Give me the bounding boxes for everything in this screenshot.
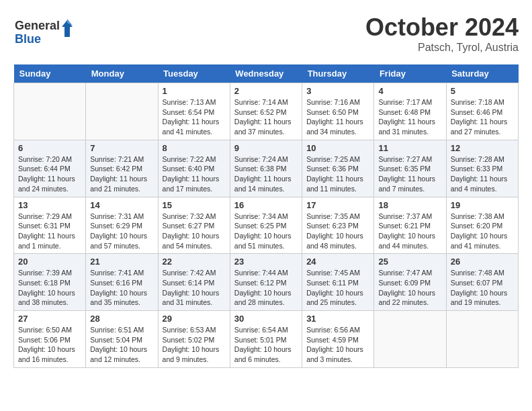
day-info: Sunrise: 7:20 AMSunset: 6:44 PMDaylight:… (18, 154, 81, 194)
calendar-cell: 27Sunrise: 6:50 AMSunset: 5:06 PMDayligh… (14, 311, 86, 368)
weekday-header-sunday: Sunday (14, 64, 86, 83)
calendar-cell (374, 311, 446, 368)
svg-text:Blue: Blue (15, 32, 41, 46)
calendar-cell: 14Sunrise: 7:31 AMSunset: 6:29 PMDayligh… (86, 197, 158, 254)
calendar-cell: 13Sunrise: 7:29 AMSunset: 6:31 PMDayligh… (14, 197, 86, 254)
day-info: Sunrise: 6:51 AMSunset: 5:04 PMDaylight:… (90, 325, 153, 365)
calendar-cell: 29Sunrise: 6:53 AMSunset: 5:02 PMDayligh… (158, 311, 230, 368)
day-info: Sunrise: 7:48 AMSunset: 6:07 PMDaylight:… (451, 268, 514, 308)
day-number: 22 (163, 257, 226, 267)
calendar-cell: 31Sunrise: 6:56 AMSunset: 4:59 PMDayligh… (302, 311, 374, 368)
calendar-week-row: 6Sunrise: 7:20 AMSunset: 6:44 PMDaylight… (14, 140, 519, 197)
day-number: 5 (451, 86, 514, 96)
page-header: General Blue October 2024 Patsch, Tyrol,… (13, 13, 519, 54)
calendar-cell (14, 83, 86, 140)
day-info: Sunrise: 6:53 AMSunset: 5:02 PMDaylight:… (163, 325, 226, 365)
day-number: 14 (90, 200, 153, 210)
calendar-cell: 16Sunrise: 7:34 AMSunset: 6:25 PMDayligh… (230, 197, 302, 254)
day-info: Sunrise: 7:35 AMSunset: 6:23 PMDaylight:… (306, 212, 369, 251)
calendar-table: SundayMondayTuesdayWednesdayThursdayFrid… (13, 64, 519, 368)
day-info: Sunrise: 7:42 AMSunset: 6:14 PMDaylight:… (163, 268, 226, 308)
day-number: 18 (378, 200, 441, 210)
day-number: 16 (234, 200, 298, 210)
day-number: 3 (306, 86, 369, 96)
calendar-cell: 24Sunrise: 7:45 AMSunset: 6:11 PMDayligh… (302, 254, 374, 311)
calendar-cell: 18Sunrise: 7:37 AMSunset: 6:21 PMDayligh… (374, 197, 446, 254)
day-info: Sunrise: 7:24 AMSunset: 6:38 PMDaylight:… (234, 154, 298, 194)
calendar-cell: 22Sunrise: 7:42 AMSunset: 6:14 PMDayligh… (158, 254, 230, 311)
weekday-header-thursday: Thursday (302, 64, 374, 83)
calendar-cell: 6Sunrise: 7:20 AMSunset: 6:44 PMDaylight… (14, 140, 86, 197)
location: Patsch, Tyrol, Austria (365, 42, 519, 54)
day-number: 1 (163, 86, 226, 96)
day-number: 23 (234, 257, 298, 267)
calendar-week-row: 13Sunrise: 7:29 AMSunset: 6:31 PMDayligh… (14, 197, 519, 254)
day-number: 27 (18, 314, 81, 324)
day-number: 21 (90, 257, 153, 267)
day-info: Sunrise: 7:17 AMSunset: 6:48 PMDaylight:… (378, 97, 441, 137)
calendar-cell: 19Sunrise: 7:38 AMSunset: 6:20 PMDayligh… (446, 197, 518, 254)
weekday-header-row: SundayMondayTuesdayWednesdayThursdayFrid… (14, 64, 519, 83)
day-info: Sunrise: 7:22 AMSunset: 6:40 PMDaylight:… (163, 154, 226, 194)
day-info: Sunrise: 6:54 AMSunset: 5:01 PMDaylight:… (234, 325, 298, 365)
day-number: 9 (234, 143, 298, 153)
calendar-cell: 2Sunrise: 7:14 AMSunset: 6:52 PMDaylight… (230, 83, 302, 140)
day-info: Sunrise: 7:21 AMSunset: 6:42 PMDaylight:… (90, 154, 153, 194)
day-number: 2 (234, 86, 298, 96)
day-number: 13 (18, 200, 81, 210)
calendar-cell: 21Sunrise: 7:41 AMSunset: 6:16 PMDayligh… (86, 254, 158, 311)
day-number: 29 (163, 314, 226, 324)
calendar-cell: 15Sunrise: 7:32 AMSunset: 6:27 PMDayligh… (158, 197, 230, 254)
calendar-cell: 25Sunrise: 7:47 AMSunset: 6:09 PMDayligh… (374, 254, 446, 311)
day-number: 4 (378, 86, 441, 96)
day-info: Sunrise: 7:14 AMSunset: 6:52 PMDaylight:… (234, 97, 298, 137)
day-info: Sunrise: 6:56 AMSunset: 4:59 PMDaylight:… (306, 325, 369, 365)
calendar-cell: 3Sunrise: 7:16 AMSunset: 6:50 PMDaylight… (302, 83, 374, 140)
day-info: Sunrise: 7:39 AMSunset: 6:18 PMDaylight:… (18, 268, 81, 308)
calendar-cell: 28Sunrise: 6:51 AMSunset: 5:04 PMDayligh… (86, 311, 158, 368)
calendar-cell: 7Sunrise: 7:21 AMSunset: 6:42 PMDaylight… (86, 140, 158, 197)
calendar-week-row: 1Sunrise: 7:13 AMSunset: 6:54 PMDaylight… (14, 83, 519, 140)
day-number: 31 (306, 314, 369, 324)
day-info: Sunrise: 7:37 AMSunset: 6:21 PMDaylight:… (378, 212, 441, 251)
day-info: Sunrise: 7:41 AMSunset: 6:16 PMDaylight:… (90, 268, 153, 308)
calendar-week-row: 20Sunrise: 7:39 AMSunset: 6:18 PMDayligh… (14, 254, 519, 311)
day-number: 7 (90, 143, 153, 153)
day-info: Sunrise: 7:38 AMSunset: 6:20 PMDaylight:… (451, 212, 514, 251)
calendar-cell: 4Sunrise: 7:17 AMSunset: 6:48 PMDaylight… (374, 83, 446, 140)
calendar-cell: 11Sunrise: 7:27 AMSunset: 6:35 PMDayligh… (374, 140, 446, 197)
title-block: October 2024 Patsch, Tyrol, Austria (365, 13, 519, 54)
calendar-cell: 5Sunrise: 7:18 AMSunset: 6:46 PMDaylight… (446, 83, 518, 140)
calendar-cell: 23Sunrise: 7:44 AMSunset: 6:12 PMDayligh… (230, 254, 302, 311)
logo-icon: General Blue (13, 13, 74, 47)
day-number: 10 (306, 143, 369, 153)
day-number: 17 (306, 200, 369, 210)
day-info: Sunrise: 7:44 AMSunset: 6:12 PMDaylight:… (234, 268, 298, 308)
day-info: Sunrise: 7:29 AMSunset: 6:31 PMDaylight:… (18, 212, 81, 251)
day-info: Sunrise: 7:18 AMSunset: 6:46 PMDaylight:… (451, 97, 514, 137)
day-info: Sunrise: 6:50 AMSunset: 5:06 PMDaylight:… (18, 325, 81, 365)
calendar-cell: 1Sunrise: 7:13 AMSunset: 6:54 PMDaylight… (158, 83, 230, 140)
calendar-cell: 26Sunrise: 7:48 AMSunset: 6:07 PMDayligh… (446, 254, 518, 311)
weekday-header-friday: Friday (374, 64, 446, 83)
weekday-header-wednesday: Wednesday (230, 64, 302, 83)
weekday-header-tuesday: Tuesday (158, 64, 230, 83)
day-info: Sunrise: 7:25 AMSunset: 6:36 PMDaylight:… (306, 154, 369, 194)
day-info: Sunrise: 7:32 AMSunset: 6:27 PMDaylight:… (163, 212, 226, 251)
logo: General Blue (13, 13, 74, 47)
day-number: 25 (378, 257, 441, 267)
day-number: 24 (306, 257, 369, 267)
day-info: Sunrise: 7:47 AMSunset: 6:09 PMDaylight:… (378, 268, 441, 308)
day-number: 30 (234, 314, 298, 324)
day-number: 8 (163, 143, 226, 153)
calendar-cell: 30Sunrise: 6:54 AMSunset: 5:01 PMDayligh… (230, 311, 302, 368)
day-info: Sunrise: 7:28 AMSunset: 6:33 PMDaylight:… (451, 154, 514, 194)
day-info: Sunrise: 7:13 AMSunset: 6:54 PMDaylight:… (163, 97, 226, 137)
day-number: 6 (18, 143, 81, 153)
svg-text:General: General (15, 19, 60, 32)
day-number: 26 (451, 257, 514, 267)
month-title: October 2024 (365, 13, 519, 42)
day-info: Sunrise: 7:16 AMSunset: 6:50 PMDaylight:… (306, 97, 369, 137)
day-number: 28 (90, 314, 153, 324)
calendar-cell: 9Sunrise: 7:24 AMSunset: 6:38 PMDaylight… (230, 140, 302, 197)
